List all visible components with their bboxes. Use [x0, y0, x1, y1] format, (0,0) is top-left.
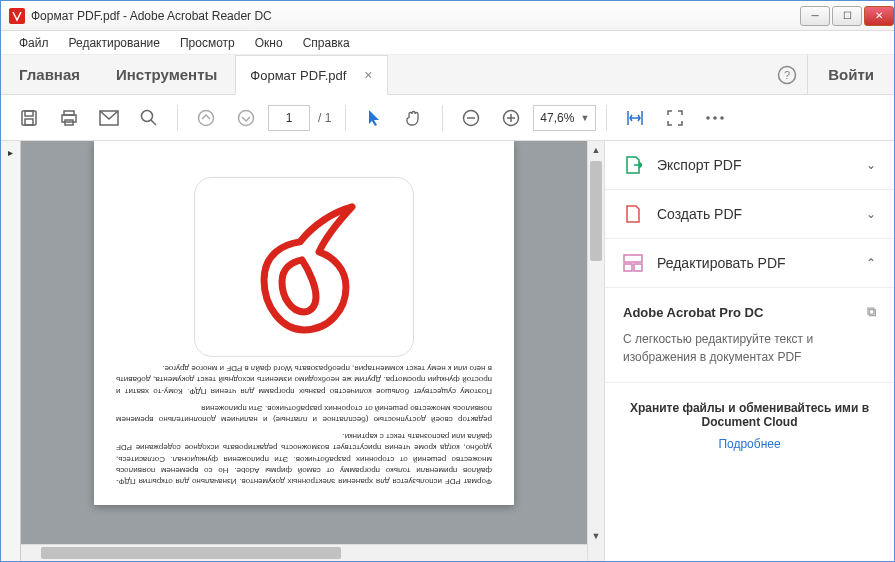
- nav-pane-toggle[interactable]: ▸: [1, 141, 21, 561]
- svg-text:?: ?: [784, 69, 790, 81]
- svg-rect-18: [624, 255, 642, 262]
- tab-document[interactable]: Формат PDF.pdf ×: [235, 55, 387, 95]
- menu-window[interactable]: Окно: [245, 33, 293, 53]
- more-tools-icon[interactable]: [697, 100, 733, 136]
- titlebar: Формат PDF.pdf - Adobe Acrobat Reader DC…: [1, 1, 894, 31]
- select-tool-icon[interactable]: [356, 100, 392, 136]
- promo-title-label: Adobe Acrobat Pro DC: [623, 305, 763, 320]
- chevron-up-icon: ⌃: [866, 256, 876, 270]
- doc-paragraph: Поэтому существует большое количество ра…: [116, 363, 492, 397]
- maximize-button[interactable]: ☐: [832, 6, 862, 26]
- chevron-down-icon: ▼: [580, 113, 589, 123]
- svg-point-15: [706, 116, 710, 120]
- tab-home[interactable]: Главная: [1, 55, 98, 94]
- tools-panel: Экспорт PDF ⌄ Создать PDF ⌄ Редактироват…: [604, 141, 894, 561]
- fit-width-icon[interactable]: [617, 100, 653, 136]
- menubar: Файл Редактирование Просмотр Окно Справк…: [1, 31, 894, 55]
- svg-point-11: [199, 110, 214, 125]
- create-icon: [623, 204, 643, 224]
- hand-tool-icon[interactable]: [396, 100, 432, 136]
- scroll-up-arrow[interactable]: ▲: [588, 141, 604, 158]
- svg-rect-20: [634, 264, 642, 271]
- zoom-value: 47,6%: [540, 111, 574, 125]
- tool-edit-pdf[interactable]: Редактировать PDF ⌃: [605, 239, 894, 288]
- chevron-down-icon: ⌄: [866, 158, 876, 172]
- chevron-down-icon: ⌄: [866, 207, 876, 221]
- svg-rect-4: [25, 111, 33, 116]
- toolbar: / 1 47,6% ▼: [1, 95, 894, 141]
- print-icon[interactable]: [51, 100, 87, 136]
- edit-icon: [623, 253, 643, 273]
- promo-description: С легкостью редактируйте текст и изображ…: [623, 330, 876, 366]
- vertical-scrollbar[interactable]: ▲ ▼: [587, 141, 604, 561]
- save-icon[interactable]: [11, 100, 47, 136]
- close-button[interactable]: ✕: [864, 6, 894, 26]
- search-icon[interactable]: [131, 100, 167, 136]
- tool-export-label: Экспорт PDF: [657, 157, 866, 173]
- menu-help[interactable]: Справка: [293, 33, 360, 53]
- edit-promo: Adobe Acrobat Pro DC ⧉ С легкостью редак…: [605, 288, 894, 383]
- menu-view[interactable]: Просмотр: [170, 33, 245, 53]
- svg-rect-3: [22, 111, 36, 125]
- svg-rect-19: [624, 264, 632, 271]
- copy-icon[interactable]: ⧉: [867, 304, 876, 320]
- triangle-right-icon: ▸: [8, 147, 13, 158]
- svg-point-12: [239, 110, 254, 125]
- minimize-button[interactable]: ─: [800, 6, 830, 26]
- tool-export-pdf[interactable]: Экспорт PDF ⌄: [605, 141, 894, 190]
- tab-tools[interactable]: Инструменты: [98, 55, 235, 94]
- email-icon[interactable]: [91, 100, 127, 136]
- export-icon: [623, 155, 643, 175]
- horizontal-scrollbar[interactable]: [21, 544, 587, 561]
- cloud-promo-link[interactable]: Подробнее: [623, 437, 876, 451]
- document-scroll-area[interactable]: Формат PDF используется для хранения эле…: [21, 141, 587, 561]
- pdf-logo-image: [194, 177, 414, 357]
- zoom-out-icon[interactable]: [453, 100, 489, 136]
- document-pane: ▸ Формат PDF используется для хранения э…: [1, 141, 604, 561]
- pdf-page: Формат PDF используется для хранения эле…: [94, 141, 514, 505]
- help-button[interactable]: ?: [767, 55, 807, 94]
- tool-create-label: Создать PDF: [657, 206, 866, 222]
- tool-edit-label: Редактировать PDF: [657, 255, 866, 271]
- top-tabs: Главная Инструменты Формат PDF.pdf × ? В…: [1, 55, 894, 95]
- cloud-promo-title: Храните файлы и обменивайтесь ими в Docu…: [623, 401, 876, 429]
- scroll-thumb[interactable]: [590, 161, 602, 261]
- svg-rect-5: [25, 119, 33, 125]
- scroll-down-arrow[interactable]: ▼: [588, 527, 604, 544]
- menu-edit[interactable]: Редактирование: [59, 33, 170, 53]
- window-title: Формат PDF.pdf - Adobe Acrobat Reader DC: [31, 9, 798, 23]
- svg-rect-7: [62, 115, 76, 122]
- svg-point-17: [720, 116, 724, 120]
- page-total-label: / 1: [318, 111, 331, 125]
- app-icon: [9, 8, 25, 24]
- page-up-icon[interactable]: [188, 100, 224, 136]
- svg-point-16: [713, 116, 717, 120]
- zoom-dropdown[interactable]: 47,6% ▼: [533, 105, 596, 131]
- fit-page-icon[interactable]: [657, 100, 693, 136]
- login-button[interactable]: Войти: [807, 55, 894, 94]
- page-number-input[interactable]: [268, 105, 310, 131]
- page-down-icon[interactable]: [228, 100, 264, 136]
- doc-paragraph: редактор своей доступностью (бесплатное …: [116, 403, 492, 425]
- doc-paragraph: Формат PDF используется для хранения эле…: [116, 431, 492, 487]
- cloud-promo: Храните файлы и обменивайтесь ими в Docu…: [605, 383, 894, 469]
- tab-document-label: Формат PDF.pdf: [250, 68, 346, 83]
- close-tab-icon[interactable]: ×: [364, 67, 372, 83]
- zoom-in-icon[interactable]: [493, 100, 529, 136]
- tool-create-pdf[interactable]: Создать PDF ⌄: [605, 190, 894, 239]
- svg-point-10: [142, 110, 153, 121]
- menu-file[interactable]: Файл: [9, 33, 59, 53]
